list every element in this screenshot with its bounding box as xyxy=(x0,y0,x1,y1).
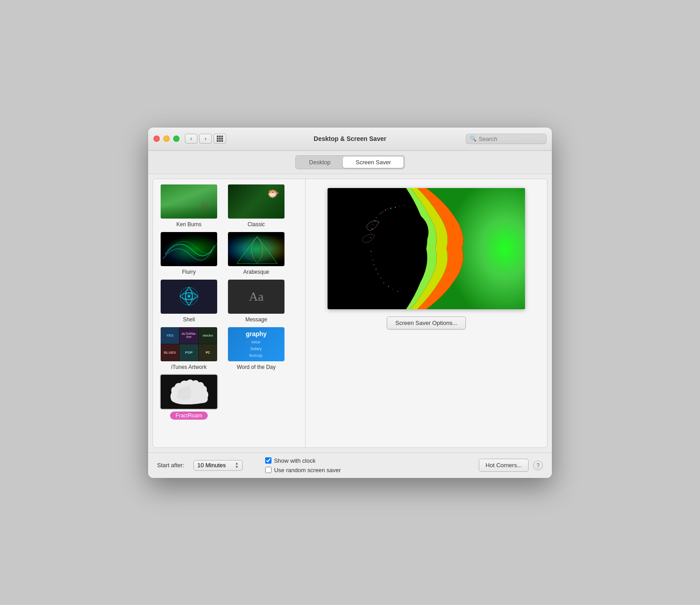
svg-rect-29 xyxy=(381,278,381,278)
svg-rect-14 xyxy=(385,210,386,210)
thumb-ken-burns: 🐞 xyxy=(160,184,218,219)
svg-rect-23 xyxy=(371,251,372,252)
fractal-svg xyxy=(328,188,525,309)
thumb-classic: 🐡 xyxy=(227,184,285,219)
list-item-flurry[interactable]: Flurry xyxy=(158,231,220,275)
checkboxes: Show with clock Use random screen saver xyxy=(265,457,341,473)
svg-rect-19 xyxy=(373,224,373,225)
start-after-label: Start after: xyxy=(157,462,184,469)
time-stepper[interactable]: ▲ ▼ xyxy=(235,462,239,469)
search-input[interactable] xyxy=(479,136,542,142)
svg-rect-34 xyxy=(395,207,396,208)
list-item-itunes[interactable]: YES ALTeRNa-tive electro BLUES POP PC iT… xyxy=(158,326,220,370)
svg-rect-31 xyxy=(388,286,389,287)
preview-canvas xyxy=(328,188,525,309)
svg-rect-20 xyxy=(372,228,372,229)
label-itunes: iTunes Artwork xyxy=(171,364,207,370)
screen-saver-options-button[interactable]: Screen Saver Options... xyxy=(387,316,466,329)
thumb-shell xyxy=(160,279,218,315)
nav-buttons: ‹ › xyxy=(185,134,212,144)
label-message: Message xyxy=(245,316,267,323)
use-random-label: Use random screen saver xyxy=(274,467,341,473)
thumb-message: Aa xyxy=(227,279,285,315)
thumb-arabesque xyxy=(227,231,285,267)
svg-rect-13 xyxy=(379,214,379,215)
svg-point-10 xyxy=(367,237,383,251)
main-window: ‹ › Desktop & Screen Saver 🔍 Desktop Scr… xyxy=(148,127,552,478)
thumb-fractroam xyxy=(160,374,218,410)
list-item-ken-burns[interactable]: 🐞 Ken Burns xyxy=(158,184,220,228)
svg-point-0 xyxy=(244,239,271,261)
svg-rect-15 xyxy=(387,209,388,209)
close-button[interactable] xyxy=(153,136,160,142)
list-item-word[interactable]: graphy voca- bulary lexicog- Word of the… xyxy=(225,326,288,370)
window-title: Desktop & Screen Saver xyxy=(314,135,386,142)
svg-rect-36 xyxy=(404,205,405,206)
list-item-message[interactable]: Aa Message xyxy=(225,279,288,323)
svg-rect-32 xyxy=(393,289,393,289)
label-arabesque: Arabesque xyxy=(243,269,269,275)
svg-rect-17 xyxy=(376,217,376,218)
svg-rect-28 xyxy=(378,273,378,274)
grid-view-button[interactable] xyxy=(214,134,226,144)
ss-row-5: FractRoam xyxy=(158,374,301,420)
ss-row-1: 🐞 Ken Burns 🐡 xyxy=(158,184,301,228)
svg-rect-27 xyxy=(376,269,376,269)
flurry-svg xyxy=(161,232,218,267)
svg-rect-18 xyxy=(374,220,375,221)
svg-rect-35 xyxy=(399,206,400,206)
use-random-checkbox[interactable] xyxy=(265,467,271,473)
fractroam-svg xyxy=(161,374,217,410)
ss-row-2: Flurry Arabesque xyxy=(158,231,301,275)
label-classic: Classic xyxy=(248,221,265,228)
ss-row-3: Shell Aa Message xyxy=(158,279,301,323)
label-ken-burns: Ken Burns xyxy=(176,221,201,228)
arabesque-svg xyxy=(228,232,284,266)
list-item-shell[interactable]: Shell xyxy=(158,279,220,323)
shell-svg xyxy=(175,284,202,309)
search-box[interactable]: 🔍 xyxy=(466,134,547,144)
preview-area: Screen Saver Options... xyxy=(306,179,547,447)
list-item-fractroam[interactable]: FractRoam xyxy=(158,374,220,420)
back-button[interactable]: ‹ xyxy=(185,134,197,144)
tab-group: Desktop Screen Saver xyxy=(295,155,405,169)
toolbar-area: Desktop Screen Saver xyxy=(148,151,552,174)
svg-rect-33 xyxy=(397,291,398,292)
show-clock-checkbox[interactable] xyxy=(265,457,271,464)
screensaver-list: 🐞 Ken Burns 🐡 xyxy=(153,179,306,447)
svg-rect-26 xyxy=(374,264,374,265)
list-item-classic[interactable]: 🐡 Classic xyxy=(225,184,288,228)
label-fractroam: FractRoam xyxy=(170,412,207,420)
list-item-arabesque[interactable]: Arabesque xyxy=(225,231,288,275)
show-clock-label: Show with clock xyxy=(274,457,315,464)
svg-point-4 xyxy=(188,295,190,298)
minimize-button[interactable] xyxy=(163,136,170,142)
content-area: 🐞 Ken Burns 🐡 xyxy=(153,179,547,448)
svg-rect-24 xyxy=(372,255,372,256)
svg-rect-11 xyxy=(381,213,381,214)
label-flurry: Flurry xyxy=(182,269,196,275)
thumb-flurry xyxy=(160,231,218,267)
help-button[interactable]: ? xyxy=(533,460,543,470)
show-clock-row: Show with clock xyxy=(265,457,341,464)
thumb-word: graphy voca- bulary lexicog- xyxy=(227,326,285,362)
tab-screensaver[interactable]: Screen Saver xyxy=(343,157,403,168)
maximize-button[interactable] xyxy=(173,136,179,142)
thumb-itunes: YES ALTeRNa-tive electro BLUES POP PC xyxy=(160,326,218,362)
time-select[interactable]: 10 Minutes ▲ ▼ xyxy=(193,460,243,471)
hot-corners-button[interactable]: Hot Corners... xyxy=(479,459,529,472)
search-icon: 🔍 xyxy=(470,136,477,142)
stepper-down[interactable]: ▼ xyxy=(235,465,239,469)
random-saver-row: Use random screen saver xyxy=(265,467,341,473)
ss-row-4: YES ALTeRNa-tive electro BLUES POP PC iT… xyxy=(158,326,301,370)
right-actions: Hot Corners... ? xyxy=(479,459,543,472)
traffic-lights xyxy=(153,136,179,142)
fish-icon: 🐡 xyxy=(267,188,279,200)
svg-rect-25 xyxy=(372,260,373,260)
label-word: Word of the Day xyxy=(237,364,276,370)
forward-button[interactable]: › xyxy=(199,134,212,144)
svg-rect-12 xyxy=(382,211,383,212)
tab-desktop[interactable]: Desktop xyxy=(297,157,343,168)
svg-rect-30 xyxy=(384,282,384,283)
svg-rect-22 xyxy=(370,237,371,238)
